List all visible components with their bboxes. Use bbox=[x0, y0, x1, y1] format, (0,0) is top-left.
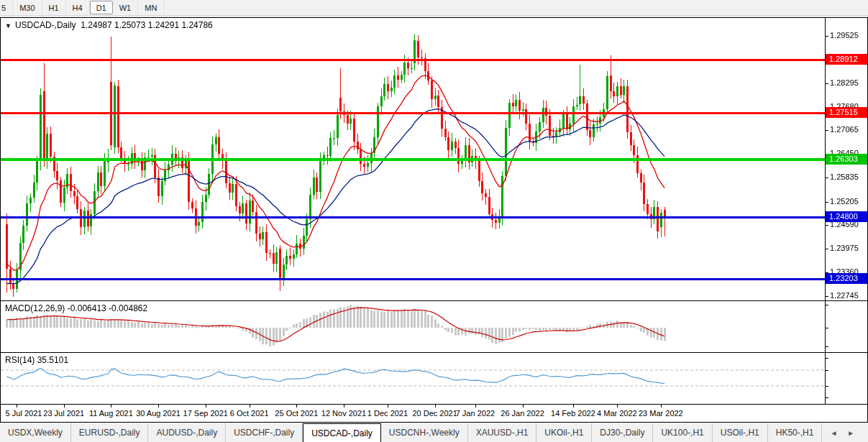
date-label: 7 Jan 2022 bbox=[456, 409, 495, 418]
macd-label: MACD(12,26,9) -0.006413 -0.004862 bbox=[5, 303, 147, 313]
rsi-label: RSI(14) 35.5101 bbox=[5, 355, 68, 365]
price-tick-label: 1.23975 bbox=[830, 244, 859, 252]
date-tick-mark bbox=[250, 405, 250, 408]
price-pane: ▼USDCAD-,Daily 1.24987 1.25073 1.24291 1… bbox=[1, 18, 867, 301]
timeframe-button-m30[interactable]: M30 bbox=[13, 0, 42, 15]
symbol-tab-usoil[interactable]: USOil-,H1 bbox=[713, 423, 768, 442]
price-line-badge: 1.23203 bbox=[826, 273, 867, 284]
chart-title-ohlc: 1.24987 1.25073 1.24291 1.24786 bbox=[81, 20, 213, 30]
rsi-value: 35.5101 bbox=[37, 355, 68, 365]
date-tick-mark bbox=[17, 405, 17, 408]
price-tick-label: 1.25205 bbox=[830, 197, 859, 206]
symbol-tab-audusd[interactable]: AUDUSD-,Daily bbox=[148, 423, 226, 442]
date-label: 11 Aug 2021 bbox=[89, 409, 133, 418]
date-tick-mark bbox=[475, 405, 476, 408]
date-label: 25 Oct 2021 bbox=[275, 409, 318, 418]
date-tick-mark bbox=[523, 405, 524, 408]
date-label: 14 Feb 2022 bbox=[551, 409, 595, 418]
date-tick-mark bbox=[206, 405, 206, 408]
symbol-tabbar: USDX,WeeklyEURUSD-,DailyAUDUSD-,DailyUSD… bbox=[0, 423, 868, 442]
price-tick-label: 1.29525 bbox=[830, 31, 859, 40]
tab-scroll-arrows: ◄► bbox=[825, 423, 859, 442]
symbol-tab-uk100[interactable]: UK100-,H1 bbox=[653, 423, 712, 442]
tab-scroll-right-icon[interactable]: ► bbox=[842, 429, 859, 437]
price-tick-label: 1.27065 bbox=[830, 125, 859, 134]
chart-window: ▼USDCAD-,Daily 1.24987 1.25073 1.24291 1… bbox=[0, 17, 868, 423]
timeframe-button-d1[interactable]: D1 bbox=[90, 1, 113, 14]
symbol-tab-dj30[interactable]: DJ30-,Daily bbox=[592, 423, 653, 442]
tab-scroll-left-icon[interactable]: ◄ bbox=[825, 429, 842, 437]
rsi-chart-canvas[interactable] bbox=[1, 353, 867, 404]
date-tick-mark bbox=[111, 405, 111, 408]
date-label: 17 Sep 2021 bbox=[183, 409, 228, 418]
rsi-name: RSI(14) bbox=[5, 355, 35, 365]
price-tick-label: 1.22745 bbox=[830, 291, 859, 300]
symbol-tab-ukoil[interactable]: UKOil-,H1 bbox=[536, 423, 592, 442]
chart-title: ▼USDCAD-,Daily 1.24987 1.25073 1.24291 1… bbox=[5, 20, 213, 30]
date-label: 5 Jul 2021 bbox=[6, 409, 42, 418]
symbol-tab-usdcad[interactable]: USDCAD-,Daily bbox=[303, 423, 381, 442]
chart-title-symbol: USDCAD-,Daily bbox=[15, 20, 76, 30]
price-tick-label: 1.28295 bbox=[830, 78, 859, 87]
timeframe-button-5[interactable]: 5 bbox=[0, 0, 13, 15]
price-line-badge: 1.24800 bbox=[826, 211, 867, 222]
time-axis: 5 Jul 202123 Jul 202111 Aug 202130 Aug 2… bbox=[1, 405, 867, 422]
date-label: 12 Nov 2021 bbox=[321, 409, 366, 418]
date-tick-mark bbox=[158, 405, 159, 408]
timeframe-toolbar: 5M30H1H4D1W1MN bbox=[0, 0, 868, 16]
price-line-badge: 1.27515 bbox=[826, 107, 867, 118]
date-tick-mark bbox=[344, 405, 344, 408]
price-line-badge: 1.26303 bbox=[826, 154, 867, 165]
timeframe-button-h1[interactable]: H1 bbox=[42, 0, 66, 15]
collapse-triangle-icon[interactable]: ▼ bbox=[5, 22, 12, 29]
date-label: 23 Mar 2022 bbox=[639, 409, 683, 418]
date-tick-mark bbox=[64, 405, 65, 408]
date-label: 30 Aug 2021 bbox=[136, 409, 181, 418]
price-chart-canvas[interactable] bbox=[1, 18, 867, 300]
date-label: 23 Jul 2021 bbox=[43, 409, 84, 418]
date-tick-mark bbox=[435, 405, 436, 408]
symbol-tab-usdcnh[interactable]: USDCNH-,Weekly bbox=[381, 423, 468, 442]
price-tick-label: 1.25835 bbox=[830, 172, 859, 181]
date-label: 26 Jan 2022 bbox=[501, 409, 544, 418]
macd-values: -0.006413 -0.004862 bbox=[68, 303, 147, 313]
macd-pane: MACD(12,26,9) -0.006413 -0.004862 0.0108… bbox=[1, 301, 867, 353]
date-tick-mark bbox=[661, 405, 662, 408]
date-label: 4 Mar 2022 bbox=[597, 409, 637, 418]
date-label: 1 Dec 2021 bbox=[367, 409, 408, 418]
macd-name: MACD(12,26,9) bbox=[5, 303, 65, 313]
date-label: 20 Dec 2021 bbox=[412, 409, 457, 418]
date-tick-mark bbox=[573, 405, 574, 408]
timeframe-button-h4[interactable]: H4 bbox=[66, 0, 90, 15]
timeframe-button-mn[interactable]: MN bbox=[138, 0, 164, 15]
symbol-tab-xauusd[interactable]: XAUUSD-,H1 bbox=[468, 423, 537, 442]
symbol-tab-usdx[interactable]: USDX,Weekly bbox=[0, 423, 71, 442]
symbol-tab-usdchf[interactable]: USDCHF-,Daily bbox=[226, 423, 303, 442]
symbol-tab-hk50[interactable]: HK50-,H1 bbox=[768, 423, 823, 442]
timeframe-button-w1[interactable]: W1 bbox=[113, 0, 139, 15]
price-line-badge: 1.28912 bbox=[826, 54, 867, 65]
date-tick-mark bbox=[388, 405, 388, 408]
date-tick-mark bbox=[296, 405, 297, 408]
date-tick-mark bbox=[617, 405, 618, 408]
rsi-pane: RSI(14) 35.5101 10070300 bbox=[1, 353, 867, 405]
date-label: 6 Oct 2021 bbox=[230, 409, 269, 418]
symbol-tab-eurusd[interactable]: EURUSD-,Daily bbox=[71, 423, 149, 442]
